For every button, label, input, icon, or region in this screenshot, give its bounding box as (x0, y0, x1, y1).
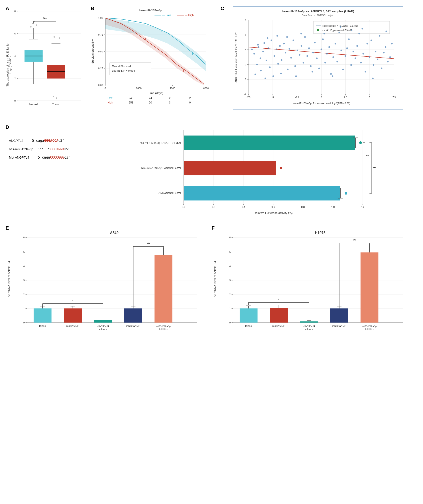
svg-point-70 (251, 49, 253, 50)
panel-c-xtick-label-0: 0 (321, 96, 322, 99)
panel-f-bar3 (300, 321, 318, 323)
panel-d-bar1-label: hsa-miR-133a-3p+ ANGPTL4 MUT (140, 141, 182, 144)
svg-point-69 (391, 43, 393, 45)
svg-point-20 (293, 40, 294, 41)
svg-point-46 (345, 55, 346, 57)
panel-c-scatter-group (251, 26, 393, 79)
panel-c-xtick-label7.5: 7.5 (393, 96, 396, 99)
panel-f-ytick-label6: 6 (229, 236, 231, 239)
panel-e-xlabel4: inhibitor NC (126, 324, 140, 328)
panel-d-star-label: *** (373, 166, 376, 170)
svg-point-68 (389, 56, 391, 58)
panel-d-seq-row3: Mut ANGPTL4 5'cagaCCCCGGGc3' (9, 153, 116, 162)
svg-point-76 (273, 76, 274, 77)
svg-point-39 (330, 73, 332, 75)
panel-d-left: D ANGPTL4 5'cagaGGGACCAc3' has-miR-133a-… (5, 123, 116, 217)
panel-d-seq2-highlight: CCCUGGU (49, 147, 64, 151)
panel-b-annotation-text1: Overall Survival (112, 65, 131, 68)
svg-point-78 (280, 73, 282, 74)
svg-point-88 (372, 78, 374, 79)
panel-d-bar1-dot (359, 141, 362, 144)
svg-point-24 (301, 45, 302, 47)
panel-a-normal-outlier2 (36, 24, 37, 26)
svg-point-86 (351, 30, 352, 31)
panel-f-star2-label: *** (353, 239, 357, 242)
panel-a-tumor-outlier4 (54, 36, 55, 38)
panel-c-label: C (220, 6, 224, 12)
panel-b-ytick-label0: 0.00 (98, 84, 103, 86)
panel-f-bar1 (240, 308, 257, 323)
svg-point-25 (303, 62, 304, 64)
panel-f-bar2 (270, 308, 288, 323)
svg-point-18 (289, 48, 290, 50)
panel-c-y-label: ANGPTL4, Expression Level: log2(RPM+0.01… (235, 32, 237, 83)
panel-d-seq2-suffix: u5' (64, 147, 70, 151)
svg-point-43 (339, 32, 340, 33)
panel-a-tick-label2: 2 (14, 77, 16, 80)
panel-f-ytick-label3: 3 (229, 279, 231, 282)
panel-a-tumor-outlier2 (56, 97, 57, 99)
panel-a-tick-label6: 6 (14, 32, 16, 35)
svg-point-55 (363, 53, 364, 55)
svg-point-28 (308, 48, 310, 49)
svg-point-36 (324, 62, 326, 64)
panel-d-xtick-label1.2: 1.2 (361, 206, 364, 208)
svg-point-37 (326, 53, 328, 55)
svg-point-31 (314, 42, 316, 43)
svg-point-61 (375, 51, 376, 52)
svg-point-79 (286, 36, 288, 38)
svg-point-73 (260, 70, 262, 72)
panel-d-xtick-label0.8: 0.8 (301, 206, 304, 208)
panel-b-ytick-label025: 0.25 (98, 67, 103, 70)
panel-c-x-label: hsa-miR-133a-3p, Expression level: log2(… (292, 102, 350, 105)
panel-d-seq3-suffix: c3' (64, 156, 70, 160)
svg-point-12 (277, 63, 279, 65)
panel-f-bar4 (330, 308, 348, 323)
svg-point-4 (262, 51, 264, 52)
panel-f-xlabel2: mimics NC (272, 324, 285, 328)
row-ef: E A549 0 1 2 3 4 (5, 224, 418, 345)
panel-b-y-label: Survival probability (91, 39, 94, 64)
svg-point-9 (271, 40, 272, 41)
panel-e-star2-label: *** (147, 242, 150, 246)
panel-a-y-label2: Log₂ (RPM+1) (9, 56, 12, 74)
svg-point-10 (274, 55, 275, 57)
svg-point-23 (299, 54, 300, 56)
panel-e-y-label: The mRNA level of ANGPTL4 (7, 261, 11, 299)
svg-point-32 (316, 58, 318, 59)
svg-point-64 (381, 68, 382, 69)
panel-d-right: 0.0 0.2 0.4 0.6 0.8 1.0 1.2 (116, 123, 408, 217)
panel-c-title: hsa-miR-133a-3p vs. ANGPTL4, 512 samples… (282, 10, 354, 13)
panel-e-bar2 (64, 308, 82, 323)
panel-f-chart: H1975 0 1 2 3 4 5 6 (210, 224, 412, 343)
panel-d-seq3-prefix: 5'caga (38, 156, 50, 160)
panel-e-star1-label: * (72, 299, 73, 303)
svg-point-27 (307, 55, 308, 57)
panel-b-table-low-v2: 24 (149, 96, 152, 100)
svg-point-89 (386, 31, 387, 32)
svg-point-49 (351, 64, 352, 66)
svg-point-74 (265, 78, 266, 79)
panel-b-legend-low: — Low (162, 14, 171, 17)
panel-d-bar2-dot (280, 167, 282, 169)
panel-c-subtitle: Data Source: ENROCI project (302, 14, 334, 17)
svg-point-29 (310, 66, 312, 67)
svg-point-87 (362, 28, 363, 30)
panel-d-chart: 0.0 0.2 0.4 0.6 0.8 1.0 1.2 (116, 123, 403, 217)
panel-d-ns-label: ns (366, 154, 369, 157)
panel-a-chart: The expression of hsa-miR-133a-3p Log₂ (… (5, 5, 87, 114)
panel-d-seq1-name: ANGPTL4 (9, 139, 23, 143)
svg-point-33 (318, 68, 320, 69)
panel-c-chart: hsa-miR-133a-3p vs. ANGPTL4, 512 samples… (220, 5, 408, 114)
svg-point-60 (373, 64, 374, 66)
panel-e-ytick-label5: 5 (23, 251, 25, 253)
panel-a-tick-label8: 8 (14, 10, 16, 12)
panel-b-xtick-label0: 0 (105, 87, 106, 90)
panel-e-ytick-label1: 1 (23, 307, 25, 310)
panel-d-xtick-label1.0: 1.0 (331, 206, 334, 208)
panel-f-xlabel5b: inhibitor (365, 328, 374, 331)
svg-point-8 (269, 66, 271, 68)
svg-point-51 (355, 58, 356, 59)
panel-d-bar2 (184, 161, 276, 175)
svg-point-45 (342, 69, 344, 70)
